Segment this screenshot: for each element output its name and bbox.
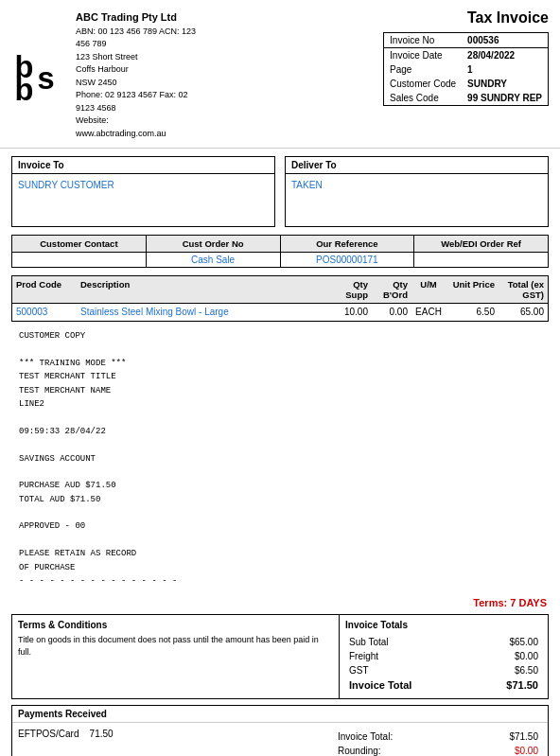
terms-conditions-box: Terms & Conditions Title on goods in thi… <box>12 615 340 698</box>
invoice-date-label: Invoice Date <box>384 48 463 63</box>
payment-method: EFTPOS/Card <box>18 729 79 739</box>
payments-totals-table: Invoice Total: $71.50 Rounding: $0.00 To… <box>334 729 542 756</box>
sub-total-value: $65.00 <box>474 636 540 648</box>
item-prod-code: 500003 <box>12 306 77 318</box>
receipt-area: CUSTOMER COPY *** TRAINING MODE *** TEST… <box>11 325 549 591</box>
p-invoice-total-label: Invoice Total: <box>336 730 477 743</box>
receipt-line16 <box>19 534 541 547</box>
company-phone: Phone: 02 9123 4567 Fax: 02 9123 4568 <box>76 89 201 114</box>
payment-item: EFTPOS/Card 71.50 <box>18 729 334 739</box>
logo-area: b b s ABC Trading Pty Ltd ABN: 00 123 45… <box>11 9 201 140</box>
customer-contact-value <box>12 253 147 267</box>
gst-label: GST <box>347 664 472 677</box>
invoice-to-content: SUNDRY CUSTOMER <box>12 174 274 226</box>
receipt-line3: *** TRAINING MODE *** <box>19 357 541 370</box>
company-name: ABC Trading Pty Ltd <box>76 9 201 26</box>
line-items-header: Prod Code Description Qty Supp Qty B'Ord… <box>12 276 548 304</box>
deliver-to-box: Deliver To TAKEN <box>285 156 549 227</box>
payments-left: EFTPOS/Card 71.50 <box>18 729 334 756</box>
header-qty-bord: Qty B'Ord <box>372 276 411 303</box>
receipt-line15: APPROVED - 00 <box>19 519 541 533</box>
invoice-total-value: $71.50 <box>474 678 540 692</box>
payments-right: Invoice Total: $71.50 Rounding: $0.00 To… <box>334 729 542 756</box>
item-total: 65.00 <box>499 306 548 318</box>
company-website: Website: www.abctrading.com.au <box>76 114 201 140</box>
header: b b s ABC Trading Pty Ltd ABN: 00 123 45… <box>0 0 560 149</box>
receipt-line11 <box>19 466 541 479</box>
line-items-section: Prod Code Description Qty Supp Qty B'Ord… <box>11 275 549 322</box>
company-abn: ABN: 00 123 456 789 ACN: 123 456 789 <box>76 26 201 51</box>
invoice-totals-header: Invoice Totals <box>345 620 542 630</box>
sales-code-value: 99 SUNDRY REP <box>462 91 548 106</box>
totals-table: Sub Total $65.00 Freight $0.00 GST $6.50… <box>345 634 542 694</box>
receipt-line6: LINE2 <box>19 397 541 411</box>
svg-text:s: s <box>37 62 54 96</box>
item-qty-bord: 0.00 <box>372 306 411 318</box>
receipt-line7 <box>19 411 541 424</box>
receipt-line2 <box>19 343 541 356</box>
item-description: Stainless Steel Mixing Bowl - Large <box>77 306 332 318</box>
company-address3: NSW 2450 <box>76 77 201 90</box>
invoice-total-label: Invoice Total <box>347 678 472 692</box>
receipt-line13: TOTAL AUD $71.50 <box>19 493 541 506</box>
receipt-line5: TEST MERCHANT NAME <box>19 384 541 397</box>
invoice-page-value: 1 <box>462 62 548 77</box>
item-qty-supp: 10.00 <box>332 306 372 318</box>
receipt-line17: PLEASE RETAIN AS RECORD <box>19 547 541 560</box>
invoice-page-label: Page <box>384 62 463 77</box>
receipt-line1: CUSTOMER COPY <box>19 329 541 343</box>
p-rounding-label: Rounding: <box>336 745 477 756</box>
gst-value: $6.50 <box>474 664 540 677</box>
company-logo: b b s <box>11 46 68 103</box>
company-address2: Coffs Harbour <box>76 63 201 77</box>
payments-header: Payments Received <box>12 706 548 723</box>
receipt-line14 <box>19 506 541 519</box>
p-rounding-value: $0.00 <box>479 745 540 756</box>
company-info: ABC Trading Pty Ltd ABN: 00 123 456 789 … <box>76 9 201 140</box>
customer-code-value: SUNDRY <box>462 77 548 91</box>
col-our-reference: Our Reference <box>281 236 415 252</box>
header-um: U/M <box>411 276 446 303</box>
sub-total-label: Sub Total <box>347 636 472 648</box>
invoice-to-header: Invoice To <box>12 157 274 174</box>
header-unit-price: Unit Price <box>446 276 499 303</box>
terms-conditions-header: Terms & Conditions <box>18 620 333 630</box>
item-um: EACH <box>411 306 446 318</box>
freight-label: Freight <box>347 650 472 662</box>
p-invoice-total-value: $71.50 <box>479 730 540 743</box>
customer-code-label: Customer Code <box>384 77 463 91</box>
order-ref-section: Customer Contact Cust Order No Our Refer… <box>11 235 549 268</box>
item-unit-price: 6.50 <box>446 306 499 318</box>
col-web-edi: Web/EDI Order Ref <box>414 236 548 252</box>
deliver-to-content: TAKEN <box>286 174 548 226</box>
svg-text:b: b <box>14 73 33 103</box>
order-ref-data: Cash Sale POS00000171 <box>12 253 548 267</box>
invoice-no-label: Invoice No <box>384 33 463 48</box>
our-reference-value: POS00000171 <box>281 253 415 267</box>
deliver-to-header: Deliver To <box>286 157 548 174</box>
header-right: Tax Invoice Invoice No 000536 Invoice Da… <box>201 9 549 106</box>
header-prod-code: Prod Code <box>12 276 77 303</box>
web-edi-value <box>414 253 548 267</box>
payments-section: Payments Received EFTPOS/Card 71.50 Invo… <box>11 705 549 756</box>
receipt-line12: PURCHASE AUD $71.50 <box>19 479 541 492</box>
receipt-line19: - - - - - - - - - - - - - - - - <box>19 574 541 588</box>
terms-label: Terms: 7 DAYS <box>0 591 560 614</box>
invoice-details-table: Invoice No 000536 Invoice Date 28/04/202… <box>383 32 549 106</box>
col-cust-order-no: Cust Order No <box>147 236 281 252</box>
terms-conditions-content: Title on goods in this document does not… <box>18 634 333 658</box>
invoice-to-box: Invoice To SUNDRY CUSTOMER <box>11 156 275 227</box>
payments-body: EFTPOS/Card 71.50 Invoice Total: $71.50 … <box>12 723 548 756</box>
freight-value: $0.00 <box>474 650 540 662</box>
receipt-line10: SAVINGS ACCOUNT <box>19 452 541 466</box>
order-ref-header: Customer Contact Cust Order No Our Refer… <box>12 236 548 253</box>
address-section: Invoice To SUNDRY CUSTOMER Deliver To TA… <box>0 149 560 235</box>
bottom-section: Terms & Conditions Title on goods in thi… <box>11 614 549 699</box>
receipt-line4: TEST MERCHANT TITLE <box>19 370 541 383</box>
header-qty-supp: Qty Supp <box>332 276 372 303</box>
invoice-totals-box: Invoice Totals Sub Total $65.00 Freight … <box>340 615 548 698</box>
table-row: 500003 Stainless Steel Mixing Bowl - Lar… <box>12 304 548 321</box>
receipt-line18: OF PURCHASE <box>19 561 541 574</box>
tax-invoice-title: Tax Invoice <box>467 9 549 26</box>
receipt-line9 <box>19 438 541 451</box>
